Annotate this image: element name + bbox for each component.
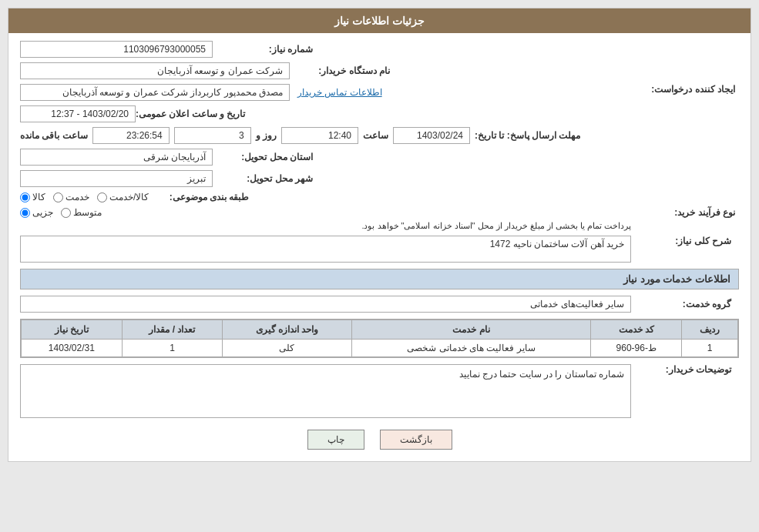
need-number-value: 1103096793000055 [20, 41, 213, 58]
category-option-khedmat[interactable]: خدمت [53, 192, 89, 202]
col-quantity: تعداد / مقدار [122, 320, 223, 340]
cell-service-code: ط-96-960 [591, 340, 682, 357]
category-label: طبقه بندی موضوعی: [149, 192, 249, 202]
announcement-label: تاریخ و ساعت اعلان عمومی: [136, 109, 245, 119]
requester-label: ایجاد کننده درخواست: [635, 84, 735, 95]
deadline-remaining-time: 23:26:54 [92, 127, 170, 144]
table-row: 1 ط-96-960 سایر فعالیت های خدماتی شخصی ک… [22, 340, 738, 357]
process-option-motavasset[interactable]: متوسط [61, 207, 102, 218]
back-button[interactable]: بازگشت [380, 430, 452, 450]
print-button[interactable]: چاپ [307, 430, 364, 450]
deadline-time: 12:40 [281, 127, 358, 144]
city-value: تبریز [20, 170, 213, 187]
deadline-label: مهلت ارسال پاسخ: تا تاریخ: [475, 130, 580, 141]
col-service-name: نام خدمت [351, 320, 591, 340]
buyer-notes-label: توضیحات خریدار: [631, 364, 731, 375]
cell-unit: کلی [223, 340, 351, 357]
process-option-jozei[interactable]: جزیی [20, 207, 53, 218]
city-label: شهر محل تحویل: [213, 173, 313, 184]
service-group-label: گروه خدمت: [631, 299, 731, 309]
buyer-org-value: شرکت عمران و توسعه آذربایجان [20, 62, 290, 79]
process-note: پرداخت تمام یا بخشی از مبلغ خریدار از مح… [20, 221, 635, 231]
cell-row-num: 1 [682, 340, 738, 357]
col-date: تاریخ نیاز [22, 320, 123, 340]
buyer-notes-box: شماره تماستان را در سایت حتما درج نمایید [20, 364, 631, 418]
announcement-value: 1403/02/20 - 12:37 [20, 105, 136, 122]
col-unit: واحد اندازه گیری [223, 320, 351, 340]
province-value: آذربایجان شرقی [20, 149, 213, 166]
action-buttons: بازگشت چاپ [20, 430, 739, 450]
cell-service-name: سایر فعالیت های خدماتی شخصی [351, 340, 591, 357]
services-section-title: اطلاعات خدمات مورد نیاز [20, 269, 739, 289]
need-desc-label: شرح کلی نیاز: [631, 236, 731, 246]
category-option-kala-khedmat[interactable]: کالا/خدمت [97, 192, 149, 202]
buyer-org-label: نام دستگاه خریدار: [290, 65, 390, 76]
cell-quantity: 1 [122, 340, 223, 357]
requester-value: مصدق محمدپور کاربرداز شرکت عمران و توسعه… [20, 84, 290, 101]
category-option-kala[interactable]: کالا [20, 192, 45, 202]
process-label: نوع فرآیند خرید: [635, 207, 735, 218]
col-row-num: ردیف [682, 320, 738, 340]
need-desc-value: خرید آهن آلات ساختمان ناحیه 1472 [20, 236, 631, 263]
services-table: ردیف کد خدمت نام خدمت واحد اندازه گیری ت… [20, 319, 739, 358]
col-service-code: کد خدمت [591, 320, 682, 340]
province-label: استان محل تحویل: [213, 152, 313, 162]
deadline-date: 1403/02/24 [393, 127, 470, 144]
deadline-remaining-suffix: ساعت باقی مانده [20, 130, 88, 141]
deadline-remaining-label: روز و [256, 130, 277, 141]
need-number-label: شماره نیاز: [213, 44, 313, 55]
cell-date: 1403/02/31 [22, 340, 123, 357]
contact-info-link[interactable]: اطلاعات تماس خریدار [297, 87, 382, 98]
deadline-time-label: ساعت [363, 130, 388, 141]
deadline-days: 3 [174, 127, 251, 144]
service-group-value: سایر فعالیت‌های خدماتی [20, 296, 631, 313]
buyer-notes-value: شماره تماستان را در سایت حتما درج نمایید [20, 364, 631, 418]
category-radio-group: کالا/خدمت خدمت کالا [20, 192, 149, 202]
page-title: جزئیات اطلاعات نیاز [8, 8, 751, 33]
